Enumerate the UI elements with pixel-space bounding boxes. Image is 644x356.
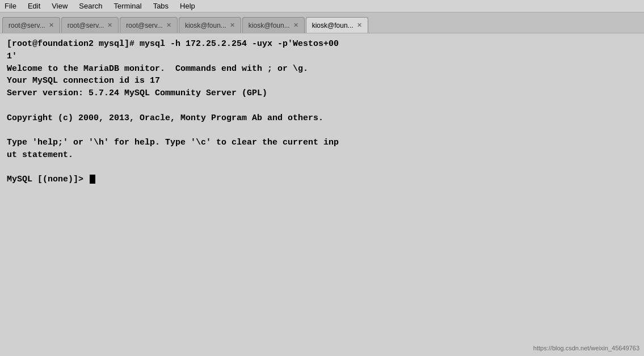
tabbar: root@serv... ✕ root@serv... ✕ root@serv.… — [0, 12, 644, 33]
tab-4[interactable]: kiosk@foun... ✕ — [179, 17, 241, 33]
menu-file[interactable]: File — [2, 2, 19, 10]
tab-3-label: root@serv... — [126, 22, 163, 29]
tab-5-label: kiosk@foun... — [249, 22, 290, 29]
terminal-output[interactable]: [root@foundation2 mysql]# mysql -h 172.2… — [0, 33, 644, 356]
terminal-cursor — [90, 175, 95, 184]
menu-view[interactable]: View — [49, 2, 70, 10]
menu-help[interactable]: Help — [178, 2, 197, 10]
tab-3[interactable]: root@serv... ✕ — [120, 17, 178, 33]
terminal-text: [root@foundation2 mysql]# mysql -h 172.2… — [7, 38, 637, 186]
terminal-window: File Edit View Search Terminal Tabs Help… — [0, 0, 644, 356]
tab-5-close[interactable]: ✕ — [293, 22, 298, 28]
tab-1-label: root@serv... — [9, 22, 45, 29]
tab-2-close[interactable]: ✕ — [107, 22, 112, 28]
tab-2-label: root@serv... — [68, 22, 104, 29]
watermark: https://blog.csdn.net/weixin_45649763 — [533, 345, 639, 351]
tab-6-close[interactable]: ✕ — [357, 22, 362, 28]
tab-6[interactable]: kiosk@foun... ✕ — [306, 17, 368, 33]
tab-2[interactable]: root@serv... ✕ — [61, 17, 119, 33]
menu-search[interactable]: Search — [77, 2, 104, 10]
menubar: File Edit View Search Terminal Tabs Help — [0, 0, 644, 12]
tab-3-close[interactable]: ✕ — [166, 22, 171, 28]
tab-1[interactable]: root@serv... ✕ — [2, 17, 60, 33]
tab-6-label: kiosk@foun... — [312, 22, 353, 29]
menu-terminal[interactable]: Terminal — [112, 2, 144, 10]
tab-5[interactable]: kiosk@foun... ✕ — [242, 17, 305, 33]
menu-tabs[interactable]: Tabs — [151, 2, 171, 10]
tab-4-close[interactable]: ✕ — [230, 22, 235, 28]
tab-1-close[interactable]: ✕ — [49, 22, 54, 28]
menu-edit[interactable]: Edit — [26, 2, 43, 10]
tab-4-label: kiosk@foun... — [185, 22, 226, 29]
